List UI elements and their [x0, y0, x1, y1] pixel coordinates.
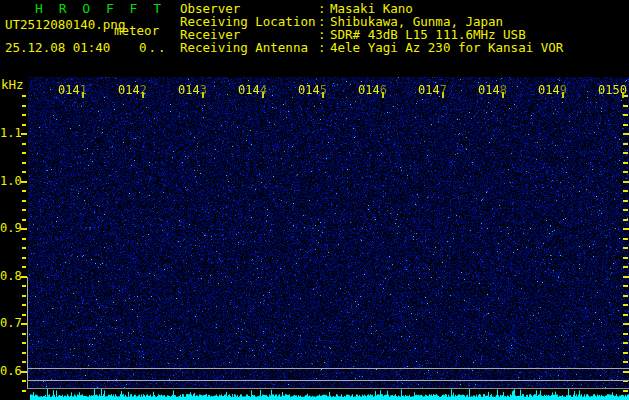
frequency-tick-mark — [623, 342, 628, 344]
frequency-tick-mark — [623, 390, 628, 392]
frequency-tick-mark — [623, 162, 628, 164]
info-separator: : — [318, 41, 330, 54]
frequency-tick-mark — [22, 238, 26, 240]
frequency-tick-mark — [623, 200, 628, 202]
frequency-tick-mark — [21, 133, 27, 135]
frequency-tick-mark — [623, 228, 629, 230]
mode-label: meteor — [114, 23, 159, 38]
frequency-tick-mark — [22, 314, 26, 316]
frequency-tick-mark — [623, 190, 628, 192]
frequency-tick-mark — [623, 219, 628, 221]
frequency-tick-mark — [623, 124, 628, 126]
frequency-tick-mark — [22, 333, 26, 335]
frequency-tick-mark — [22, 295, 26, 297]
time-tick-mark — [622, 92, 624, 98]
frequency-tick-mark — [623, 257, 628, 259]
frequency-axis-unit: kHz — [1, 77, 24, 92]
frequency-tick-mark — [22, 124, 26, 126]
frequency-tick-label: 0.7 — [0, 316, 20, 330]
frequency-tick-label: 0.9 — [0, 221, 20, 235]
frequency-tick-mark — [22, 361, 26, 363]
frequency-tick-mark — [623, 314, 628, 316]
time-tick-mark — [382, 92, 384, 98]
time-tick-mark — [142, 92, 144, 98]
frequency-tick-mark — [623, 133, 629, 135]
frequency-tick-mark — [623, 352, 628, 354]
frequency-tick-mark — [623, 333, 628, 335]
frequency-tick-mark — [22, 152, 26, 154]
spectrogram-canvas — [28, 77, 629, 390]
frequency-tick-mark — [22, 342, 26, 344]
frequency-tick-mark — [22, 200, 26, 202]
frequency-tick-mark — [22, 143, 26, 145]
frequency-tick-mark — [22, 219, 26, 221]
frequency-tick-mark — [623, 181, 629, 183]
frequency-tick-mark — [22, 247, 26, 249]
frequency-tick-mark — [623, 247, 628, 249]
frequency-tick-mark — [22, 266, 26, 268]
frequency-tick-mark — [623, 323, 629, 325]
frequency-tick-mark — [22, 209, 26, 211]
frequency-tick-mark — [623, 209, 628, 211]
frequency-tick-mark — [623, 105, 628, 107]
info-row: Receiving Antenna:4ele Yagi Az 230 for K… — [180, 41, 563, 54]
frequency-tick-mark — [22, 304, 26, 306]
info-label: Receiving Antenna — [180, 41, 318, 54]
frequency-tick-mark — [21, 228, 27, 230]
frequency-tick-mark — [623, 114, 628, 116]
frequency-tick-mark — [22, 257, 26, 259]
frequency-tick-mark — [22, 285, 26, 287]
frequency-tick-mark — [22, 190, 26, 192]
frequency-tick-label: 0.8 — [0, 269, 20, 283]
frequency-tick-mark — [623, 361, 628, 363]
frequency-tick-mark — [22, 352, 26, 354]
frequency-tick-mark — [623, 295, 628, 297]
smeter-baseline — [28, 388, 629, 389]
app-title: H R O F F T — [35, 1, 165, 16]
frequency-tick-mark — [22, 95, 26, 97]
time-tick-mark — [442, 92, 444, 98]
band-marker-line-upper — [28, 368, 629, 369]
time-tick-mark — [202, 92, 204, 98]
time-tick-mark — [82, 92, 84, 98]
frequency-tick-label: 1.1 — [0, 126, 20, 140]
signal-meter-canvas — [28, 389, 629, 400]
frequency-tick-mark — [623, 171, 628, 173]
info-value: 4ele Yagi Az 230 for Kansai VOR — [330, 41, 563, 54]
station-info-table: Observer:Masaki KanoReceiving Location:S… — [180, 2, 563, 54]
frequency-tick-mark — [623, 266, 628, 268]
time-tick-mark — [502, 92, 504, 98]
frequency-tick-mark — [623, 152, 628, 154]
frequency-tick-mark — [623, 238, 628, 240]
frequency-tick-mark — [21, 181, 27, 183]
time-tick-mark — [262, 92, 264, 98]
band-marker-line-vertical — [27, 277, 28, 389]
time-tick-mark — [322, 92, 324, 98]
frequency-tick-mark — [22, 390, 26, 392]
output-filename: UT2512080140.png — [5, 17, 125, 32]
frequency-tick-mark — [623, 371, 629, 373]
band-marker-line-lower — [28, 380, 629, 381]
hrofft-window: H R O F F T UT2512080140.png meteor 25.1… — [0, 0, 629, 400]
timestamp: 25.12.08 01:40 — [5, 40, 110, 55]
frequency-tick-label: 0.6 — [0, 364, 20, 378]
frequency-tick-mark — [22, 380, 26, 382]
time-tick-mark — [562, 92, 564, 98]
frequency-tick-mark — [22, 162, 26, 164]
frequency-tick-mark — [623, 276, 629, 278]
frequency-tick-mark — [22, 105, 26, 107]
frequency-tick-mark — [22, 114, 26, 116]
echo-counter: 0.. — [139, 40, 168, 55]
frequency-tick-mark — [22, 171, 26, 173]
frequency-tick-mark — [623, 304, 628, 306]
frequency-tick-label: 1.0 — [0, 174, 20, 188]
frequency-tick-mark — [623, 285, 628, 287]
frequency-tick-mark — [623, 143, 628, 145]
